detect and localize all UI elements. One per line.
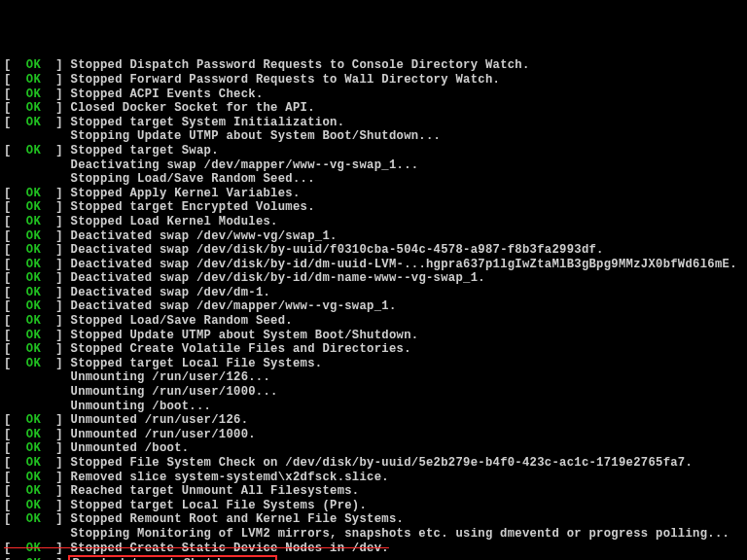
log-message: Unmounting /run/user/126... (71, 370, 271, 384)
log-message: Stopped target Local File Systems. (71, 357, 323, 370)
log-line: [ OK ] Stopped Create Static Device Node… (4, 542, 743, 556)
status-ok-label: OK (26, 144, 41, 158)
log-message: Stopped Remount Root and Kernel File Sys… (71, 512, 405, 526)
log-line: [ OK ] Removed slice system-systemd\x2df… (4, 471, 743, 485)
log-message: Closed Docker Socket for the API. (71, 101, 315, 115)
log-message: Stopped Apply Kernel Variables. (71, 187, 301, 200)
status-ok-label: OK (26, 73, 41, 87)
status-ok-label: OK (26, 342, 41, 356)
log-message: Unmounted /run/user/1000. (71, 428, 256, 441)
log-message: Stopping Load/Save Random Seed... (71, 172, 315, 186)
log-line: [ OK ] Deactivated swap /dev/www-vg/swap… (4, 229, 743, 244)
log-line: [ OK ] Stopped Dispatch Password Request… (4, 58, 743, 73)
log-message: Unmounting /boot... (71, 400, 212, 413)
log-message: Deactivated swap /dev/dm-1. (71, 286, 271, 299)
log-message: Deactivated swap /dev/disk/by-id/dm-uuid… (71, 258, 737, 271)
status-ok-label: OK (26, 58, 41, 72)
status-ok-label: OK (26, 229, 41, 243)
log-message: Stopped Dispatch Password Requests to Co… (71, 58, 530, 72)
log-line: [ OK ] Stopped target Swap. (4, 144, 743, 158)
log-line: [ OK ] Stopped Load/Save Random Seed. (4, 314, 743, 329)
status-ok-label: OK (26, 286, 41, 299)
status-ok-label: OK (26, 271, 41, 285)
log-line: Stopping Load/Save Random Seed... (4, 172, 743, 187)
status-ok-label: OK (26, 542, 41, 555)
log-line: [ OK ] Deactivated swap /dev/disk/by-id/… (4, 258, 743, 272)
log-line: [ OK ] Deactivated swap /dev/mapper/www-… (4, 299, 743, 314)
log-line: [ OK ] Stopped File System Check on /dev… (4, 456, 743, 471)
log-message: Stopping Monitoring of LVM2 mirrors, sna… (71, 527, 730, 541)
log-message: Unmounted /run/user/126. (71, 413, 249, 427)
log-message: Unmounted /boot. (71, 441, 190, 455)
log-line: Unmounting /run/user/126... (4, 370, 743, 385)
status-ok-label: OK (26, 499, 41, 512)
log-line: [ OK ] Closed Docker Socket for the API. (4, 101, 743, 116)
log-message: Stopped Create Volatile Files and Direct… (71, 342, 411, 356)
log-line: [ OK ] Stopped target Encrypted Volumes. (4, 200, 743, 215)
status-ok-label: OK (26, 187, 41, 200)
log-line: [ OK ] Stopped Create Volatile Files and… (4, 342, 743, 357)
status-ok-label: OK (26, 200, 41, 214)
log-line: [ OK ] Stopped Forward Password Requests… (4, 73, 743, 88)
log-line: Deactivating swap /dev/mapper/www--vg-sw… (4, 158, 743, 173)
status-ok-label: OK (26, 456, 41, 470)
status-ok-label: OK (26, 215, 41, 228)
log-message: Removed slice system-systemd\x2dfsck.sli… (71, 471, 389, 484)
log-message: Stopped Update UTMP about System Boot/Sh… (71, 329, 419, 342)
log-message: Stopped Forward Password Requests to Wal… (71, 73, 501, 87)
log-line: [ OK ] Reached target Unmount All Filesy… (4, 484, 743, 499)
log-line: [ OK ] Deactivated swap /dev/disk/by-id/… (4, 271, 743, 286)
log-message: Stopped Create Static Device Nodes in /d… (71, 542, 389, 555)
log-message: Deactivated swap /dev/mapper/www--vg-swa… (71, 299, 397, 313)
status-ok-label: OK (26, 413, 41, 427)
log-line: [ OK ] Stopped target System Initializat… (4, 116, 743, 130)
log-line: Stopping Update UTMP about System Boot/S… (4, 129, 743, 144)
status-ok-label: OK (26, 471, 41, 484)
log-line: [ OK ] Unmounted /run/user/1000. (4, 428, 743, 442)
status-ok-label: OK (26, 329, 41, 342)
status-ok-label: OK (26, 512, 41, 526)
log-line: [ OK ] Stopped target Local File Systems… (4, 357, 743, 371)
status-ok-label: OK (26, 116, 41, 129)
log-line: Stopping Monitoring of LVM2 mirrors, sna… (4, 527, 743, 542)
log-line: [ OK ] Stopped target Local File Systems… (4, 499, 743, 513)
log-line: [ OK ] Unmounted /boot. (4, 441, 743, 456)
log-message: Stopped target Encrypted Volumes. (71, 200, 315, 214)
log-line: [ OK ] Deactivated swap /dev/dm-1. (4, 286, 743, 300)
log-line: [ OK ] Deactivated swap /dev/disk/by-uui… (4, 243, 743, 258)
log-message: Reached target Unmount All Filesystems. (71, 484, 360, 498)
log-message: Stopped File System Check on /dev/disk/b… (71, 456, 694, 470)
status-ok-label: OK (26, 101, 41, 115)
status-ok-label: OK (26, 88, 41, 101)
log-message: Deactivated swap /dev/disk/by-uuid/f0310… (71, 243, 604, 257)
status-ok-label: OK (26, 243, 41, 257)
log-message: Unmounting /run/user/1000... (71, 385, 278, 399)
log-message: Deactivated swap /dev/www-vg/swap_1. (71, 229, 338, 243)
log-message: Deactivated swap /dev/disk/by-id/dm-name… (71, 271, 485, 285)
status-ok-label: OK (26, 314, 41, 328)
status-ok-label: OK (26, 258, 41, 271)
log-line: Unmounting /boot... (4, 400, 743, 414)
log-line: [ OK ] Stopped Update UTMP about System … (4, 329, 743, 343)
log-message: Stopped target Swap. (71, 144, 219, 158)
log-message: Stopped target System Initialization. (71, 116, 345, 129)
shutdown-highlight-box: Reached target Shutdown. (68, 555, 278, 560)
log-line: [ OK ] Stopped ACPI Events Check. (4, 88, 743, 102)
terminal-output: [ OK ] Stopped Dispatch Password Request… (4, 58, 743, 560)
status-ok-label: OK (26, 441, 41, 455)
status-ok-label: OK (26, 428, 41, 441)
log-message: Stopped ACPI Events Check. (71, 88, 264, 101)
status-ok-label: OK (26, 299, 41, 313)
log-message: Stopped Load/Save Random Seed. (71, 314, 293, 328)
log-message: Stopping Update UTMP about System Boot/S… (71, 129, 442, 143)
log-line: [ OK ] Stopped Remount Root and Kernel F… (4, 512, 743, 527)
log-line: [ OK ] Stopped Apply Kernel Variables. (4, 187, 743, 201)
status-ok-label: OK (26, 484, 41, 498)
log-message: Deactivating swap /dev/mapper/www--vg-sw… (71, 158, 419, 172)
log-line: [ OK ] Unmounted /run/user/126. (4, 413, 743, 428)
log-line-final-target: [ OK ] Reached target Shutdown. (4, 555, 743, 560)
log-message: Stopped Load Kernel Modules. (71, 215, 278, 228)
status-ok-label: OK (26, 357, 41, 370)
log-line: [ OK ] Stopped Load Kernel Modules. (4, 215, 743, 229)
log-message: Stopped target Local File Systems (Pre). (71, 499, 368, 512)
